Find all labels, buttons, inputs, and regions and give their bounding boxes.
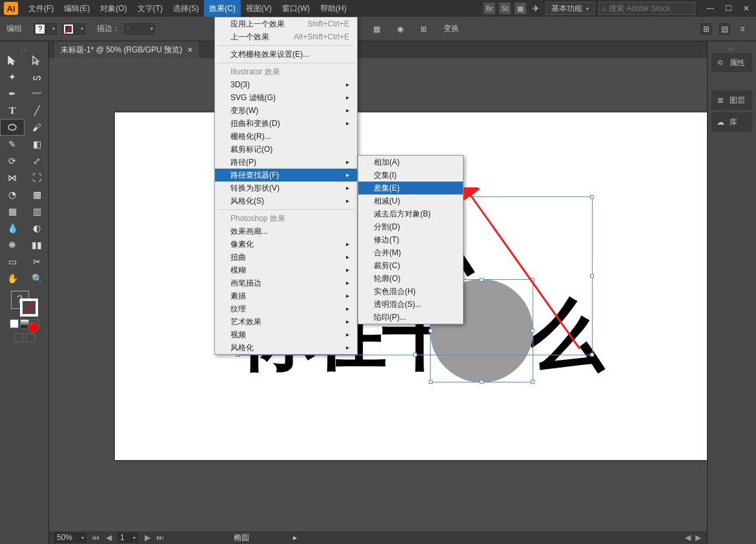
pen-tool[interactable]: ✒: [0, 85, 25, 102]
submenu-item-minus-back[interactable]: 减去后方对象(B): [358, 207, 463, 220]
stroke-dropdown[interactable]: ▾: [61, 22, 87, 36]
maximize-icon[interactable]: ☐: [724, 4, 733, 13]
menu-item-stylize-ps[interactable]: 风格化: [215, 341, 357, 354]
menu-item-blur[interactable]: 模糊: [215, 264, 357, 277]
gradient-tool[interactable]: ▥: [25, 203, 49, 220]
layers-panel-button[interactable]: ≣图层: [711, 90, 752, 110]
align-icon[interactable]: ▦: [373, 25, 380, 34]
menu-item-sketch[interactable]: 素描: [215, 289, 357, 302]
stock-icon[interactable]: St: [499, 3, 511, 14]
panel-menu-icon[interactable]: ≡: [735, 22, 750, 36]
minimize-icon[interactable]: —: [706, 4, 715, 13]
lasso-tool[interactable]: ᔕ: [25, 68, 49, 85]
arrange-documents-icon[interactable]: ▦: [515, 3, 526, 14]
artboard-tool[interactable]: ▭: [0, 253, 25, 270]
menu-item-artistic[interactable]: 艺术效果: [215, 315, 357, 328]
close-icon[interactable]: ✕: [742, 4, 751, 13]
submenu-item-trim[interactable]: 修边(T): [358, 233, 463, 246]
document-tab[interactable]: 未标题-1* @ 50% (RGB/GPU 预览) ×: [54, 41, 199, 58]
magic-wand-tool[interactable]: ✦: [0, 68, 25, 85]
color-mode-color[interactable]: [10, 319, 19, 328]
submenu-item-add[interactable]: 相加(A): [358, 156, 463, 169]
menu-select[interactable]: 选择(S): [168, 0, 204, 17]
menu-item-texture[interactable]: 纹理: [215, 302, 357, 315]
hand-tool[interactable]: ✋: [0, 270, 25, 287]
menu-effect[interactable]: 效果(C): [204, 0, 241, 17]
libraries-panel-button[interactable]: ☁库: [711, 112, 752, 132]
menu-item-3d[interactable]: 3D(3): [215, 78, 357, 91]
submenu-item-divide[interactable]: 分割(D): [358, 220, 463, 233]
fill-stroke-indicator[interactable]: ?: [8, 291, 41, 317]
menu-item-pixelate[interactable]: 像素化: [215, 238, 357, 251]
fill-dropdown[interactable]: ?▾: [32, 22, 58, 36]
color-mode-none[interactable]: [30, 319, 39, 328]
zoom-level-input[interactable]: 50%▾: [54, 532, 87, 543]
menu-item-last-effect[interactable]: 上一个效果Alt+Shift+Ctrl+E: [215, 30, 357, 43]
slice-tool[interactable]: ✂: [25, 253, 49, 270]
transform-label[interactable]: 变换: [444, 23, 459, 34]
zoom-tool[interactable]: 🔍: [25, 270, 49, 287]
menu-item-stylize-ai[interactable]: 风格化(S): [215, 194, 357, 207]
selection-tool[interactable]: [0, 52, 25, 68]
right-panels-handle[interactable]: ‹‹: [708, 45, 756, 50]
menu-item-svg-filters[interactable]: SVG 滤镜(G): [215, 91, 357, 104]
last-artboard-icon[interactable]: ⏭: [156, 533, 164, 542]
menu-object[interactable]: 对象(O): [95, 0, 132, 17]
submenu-item-subtract[interactable]: 相减(U): [358, 194, 463, 207]
rotate-tool[interactable]: ⟳: [0, 152, 25, 169]
submenu-item-intersect[interactable]: 交集(I): [358, 169, 463, 182]
menu-item-video[interactable]: 视频: [215, 328, 357, 341]
pathfinder-icon[interactable]: ⊞: [420, 25, 427, 34]
menu-view[interactable]: 视图(V): [241, 0, 277, 17]
submenu-item-soft-mix[interactable]: 透明混合(S)...: [358, 298, 463, 311]
gpu-icon[interactable]: ✈: [530, 3, 542, 14]
paintbrush-tool[interactable]: 🖌: [25, 119, 49, 136]
menu-item-apply-last-effect[interactable]: 应用上一个效果Shift+Ctrl+E: [215, 17, 357, 30]
submenu-item-crop[interactable]: 裁剪(C): [358, 259, 463, 272]
menu-item-document-raster-settings[interactable]: 文档栅格效果设置(E)...: [215, 48, 357, 61]
eraser-tool[interactable]: ◧: [25, 136, 49, 152]
align-to-pixel-icon[interactable]: ▤: [717, 22, 731, 36]
bridge-icon[interactable]: Br: [484, 3, 495, 14]
direct-selection-tool[interactable]: [25, 52, 49, 68]
scale-tool[interactable]: ⤢: [25, 152, 49, 169]
ellipse-tool[interactable]: [0, 119, 25, 136]
mesh-tool[interactable]: ▦: [0, 203, 25, 220]
menu-file[interactable]: 文件(F): [23, 0, 59, 17]
menu-item-warp[interactable]: 变形(W): [215, 104, 357, 117]
shape-builder-tool[interactable]: ◔: [0, 186, 25, 203]
submenu-item-trap[interactable]: 陷印(P)...: [358, 311, 463, 324]
stroke-weight-input[interactable]: ⌃▾: [123, 22, 156, 36]
menu-window[interactable]: 窗口(W): [277, 0, 315, 17]
first-artboard-icon[interactable]: ⏮: [92, 533, 99, 542]
shaper-tool[interactable]: ✎: [0, 136, 25, 152]
tools-panel-handle[interactable]: ‹‹: [0, 47, 48, 52]
menu-item-distort-transform[interactable]: 扭曲和变换(D): [215, 117, 357, 130]
menu-item-effect-gallery[interactable]: 效果画廊...: [215, 225, 357, 238]
menu-item-convert-to-shape[interactable]: 转换为形状(V): [215, 182, 357, 194]
perspective-grid-tool[interactable]: ▩: [25, 186, 49, 203]
curvature-tool[interactable]: 〰: [25, 85, 49, 102]
status-popup-icon[interactable]: ▸: [293, 533, 297, 542]
blend-tool[interactable]: ◐: [25, 220, 49, 236]
artboard-number-input[interactable]: 1▾: [117, 532, 138, 543]
search-adobe-stock[interactable]: ⌕搜索 Adobe Stock: [598, 2, 695, 15]
line-segment-tool[interactable]: ╱: [25, 102, 49, 119]
free-transform-tool[interactable]: ⛶: [25, 169, 49, 186]
document-tab-close-icon[interactable]: ×: [187, 45, 192, 55]
next-artboard-icon[interactable]: ▶: [143, 533, 151, 542]
menu-item-rasterize[interactable]: 栅格化(R)...: [215, 130, 357, 143]
menu-help[interactable]: 帮助(H): [315, 0, 352, 17]
column-graph-tool[interactable]: ▮▮: [25, 236, 49, 253]
submenu-item-outline[interactable]: 轮廓(O): [358, 272, 463, 285]
menu-item-path[interactable]: 路径(P): [215, 156, 357, 169]
draw-mode-normal[interactable]: [14, 333, 23, 342]
width-tool[interactable]: ⋈: [0, 169, 25, 186]
submenu-item-merge[interactable]: 合并(M): [358, 246, 463, 259]
menu-item-crop-marks[interactable]: 裁剪标记(O): [215, 143, 357, 156]
menu-edit[interactable]: 编辑(E): [59, 0, 95, 17]
shape-mode-icon[interactable]: ◉: [397, 25, 404, 34]
workspace-switcher[interactable]: 基本功能▾: [546, 2, 595, 15]
menu-item-distort[interactable]: 扭曲: [215, 251, 357, 264]
prev-artboard-icon[interactable]: ◀: [105, 533, 112, 542]
